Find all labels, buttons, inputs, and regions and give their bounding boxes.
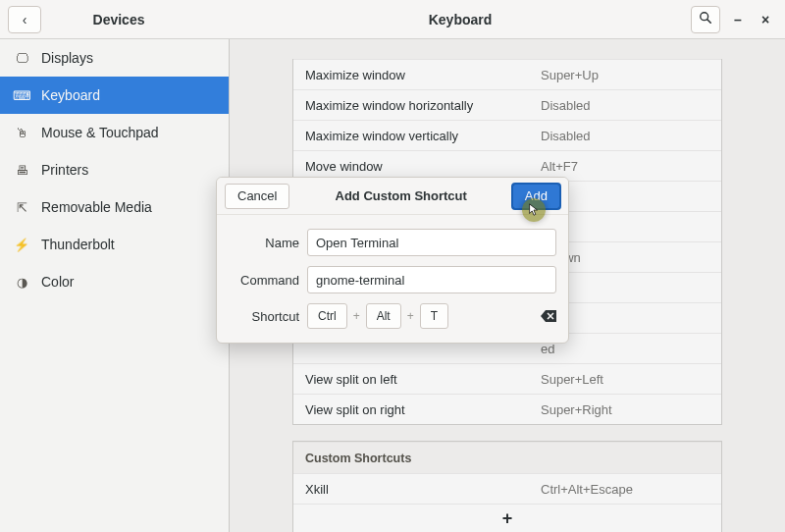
dialog-header: Cancel Add Custom Shortcut Add [217, 178, 568, 215]
header-left-title: Devices [8, 12, 230, 27]
command-field-row: Command [229, 266, 556, 293]
add-button[interactable]: Add [512, 184, 560, 209]
backspace-icon [541, 308, 556, 325]
name-label: Name [229, 236, 307, 250]
key-plus: + [347, 309, 366, 323]
header-bar: ‹ Devices Keyboard – × [0, 0, 785, 39]
command-input[interactable] [307, 266, 556, 293]
name-input[interactable] [307, 229, 556, 256]
command-label: Command [229, 273, 307, 288]
search-button[interactable] [691, 6, 720, 33]
add-label: Add [525, 188, 548, 203]
header-left: ‹ Devices [0, 6, 230, 33]
shortcut-label: Shortcut [229, 309, 307, 324]
search-icon [699, 11, 712, 27]
minimize-icon: – [734, 12, 742, 27]
cancel-label: Cancel [237, 188, 277, 203]
clear-shortcut-button[interactable] [541, 308, 556, 325]
key-ctrl[interactable]: Ctrl [307, 303, 347, 329]
key-alt[interactable]: Alt [366, 303, 401, 329]
shortcut-field-row: Shortcut Ctrl + Alt + T [229, 303, 556, 329]
header-right-controls: – × [691, 6, 785, 33]
cancel-button[interactable]: Cancel [225, 184, 289, 209]
dialog-body: Name Command Shortcut Ctrl + Alt + T [217, 215, 568, 343]
key-plus: + [401, 309, 420, 323]
close-button[interactable]: × [756, 10, 775, 29]
header-center-title: Keyboard [230, 12, 691, 27]
svg-line-1 [707, 20, 711, 24]
dialog-title: Add Custom Shortcut [336, 188, 467, 203]
minimize-button[interactable]: – [728, 10, 748, 29]
shortcut-keys: Ctrl + Alt + T [307, 303, 556, 329]
add-custom-shortcut-dialog: Cancel Add Custom Shortcut Add Name Comm… [216, 177, 569, 344]
name-field-row: Name [229, 229, 556, 256]
key-t[interactable]: T [420, 303, 448, 329]
close-icon: × [761, 12, 769, 27]
